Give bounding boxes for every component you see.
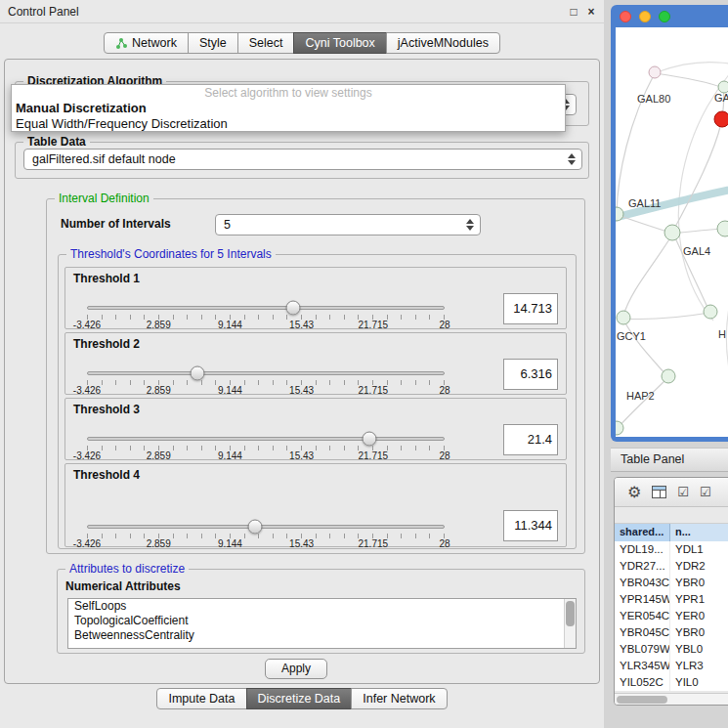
tab-discretize-data[interactable]: Discretize Data [246,688,353,709]
thresholds-group: Threshold's Coordinates for 5 Intervals … [58,254,577,549]
tick-label: -3.426 [73,450,101,461]
table-row[interactable]: YIL052CYIL0 [615,674,728,691]
tab-cyni-toolbox[interactable]: Cyni Toolbox [293,32,386,54]
slider-tick-labels: -3.4262.8599.14415.4321.71528 [87,450,445,462]
screen: Control Panel □ × Network Style Se [0,0,728,728]
column-header-shared-name[interactable]: shared... [615,524,670,541]
slider-thumb[interactable] [286,301,301,316]
table-cell: YIL0 [670,674,728,691]
window-traffic-lights [620,11,670,22]
table-cell: YDL1 [670,541,728,558]
network-edge[interactable] [618,215,670,233]
tick-label: 15.43 [289,450,314,461]
table-cell: YLR3 [670,658,728,674]
select-all-icon[interactable]: ☑ [677,486,689,498]
numerical-attributes-list[interactable]: SelfLoopsTopologicalCoefficientBetweenne… [67,598,577,649]
network-node[interactable] [649,66,661,78]
threshold-3-slider[interactable] [87,432,445,447]
tick-label: 9.144 [218,320,242,330]
network-node[interactable] [662,369,675,383]
algorithm-option-equal-width[interactable]: Equal Width/Frequency Discretization [12,116,565,132]
tab-impute-data[interactable]: Impute Data [156,688,246,709]
network-edge[interactable] [655,73,723,88]
table-row[interactable]: YER054CYER0 [615,608,728,624]
network-node-selected[interactable] [714,111,728,127]
network-edge[interactable] [619,377,668,427]
tab-style[interactable]: Style [188,32,238,54]
minimize-window-icon[interactable] [639,11,651,22]
tab-select[interactable]: Select [237,32,295,54]
scrollbar-thumb[interactable] [617,696,667,704]
gear-icon[interactable]: ⚙ [627,485,641,500]
tab-cyni-label: Cyni Toolbox [305,33,374,53]
table-row[interactable]: YDR27...YDR2 [615,558,728,575]
threshold-1-slider[interactable] [87,301,445,316]
slider-tick-labels: -3.4262.8599.14415.4321.71528 [87,385,445,397]
network-edge[interactable] [623,235,672,316]
close-window-icon[interactable] [620,11,631,22]
attribute-item[interactable]: BetweennessCentrality [68,628,576,643]
attributes-scrollbar[interactable] [564,599,576,648]
table-cell: YBR0 [670,575,728,591]
table-row[interactable]: YDL19...YDL1 [615,541,728,558]
slider-thumb[interactable] [248,520,263,535]
attributes-group: Attributes to discretize Numerical Attri… [57,569,585,654]
network-view-window[interactable]: GAL80 GA GAL11 GAL4 GCY1 H HAP2 [611,5,728,442]
tab-network[interactable]: Network [104,32,189,54]
tick-label: 21.715 [359,538,389,549]
attribute-item[interactable]: TopologicalCoefficient [68,614,576,628]
top-tab-bar: Network Style Select Cyni Toolbox jActiv… [0,32,604,54]
zoom-window-icon[interactable] [659,11,670,22]
table-toolbar: ⚙ ☑ ☑ [615,478,728,507]
tick-label: 15.43 [289,385,314,396]
network-edge[interactable] [672,123,721,233]
column-header-name[interactable]: n... [670,524,728,541]
network-edge[interactable] [623,313,709,320]
table-row[interactable]: YBL079WYBL0 [615,641,728,658]
float-window-icon[interactable]: □ [567,5,580,19]
network-node[interactable] [664,225,680,240]
apply-button[interactable]: Apply [265,659,327,679]
attribute-item[interactable]: SelfLoops [68,599,576,614]
scrollbar-thumb[interactable] [566,601,575,626]
table-data-group: Table Data galFiltered.sif default node [15,142,589,179]
interval-definition-title: Interval Definition [55,192,153,205]
network-edge[interactable] [657,63,728,81]
table-row[interactable]: YBR045CYBR0 [615,624,728,641]
threshold-1-value-field[interactable]: 14.713 [503,293,558,324]
table-cell: YIL052C [615,674,670,691]
network-node[interactable] [717,221,728,236]
table-data-combo[interactable]: galFiltered.sif default node [23,149,582,170]
table-row[interactable]: YPR145WYPR1 [615,591,728,608]
network-edge[interactable] [623,320,666,375]
slider-track[interactable] [87,437,445,441]
algorithm-option-manual[interactable]: Manual Discretization [12,101,565,116]
slider-track[interactable] [87,371,445,375]
tab-infer-network[interactable]: Infer Network [351,688,447,709]
table-row[interactable]: YBR043CYBR0 [615,575,728,591]
table-row[interactable]: YLR345WYLR3 [615,658,728,674]
threshold-4-slider[interactable] [87,520,445,535]
slider-tick-labels: -3.4262.8599.14415.4321.71528 [87,320,445,331]
slider-thumb[interactable] [191,366,205,381]
table-toolbar-gap [615,507,728,524]
table-panel-header[interactable]: Table Panel [611,448,728,472]
slider-track[interactable] [87,306,445,310]
select-none-icon[interactable]: ☑ [700,486,711,498]
slider-thumb[interactable] [363,432,377,447]
threshold-3-value-field[interactable]: 21.4 [503,424,558,455]
network-icon [115,37,128,50]
close-icon[interactable]: × [584,5,598,19]
threshold-2-value-field[interactable]: 6.316 [503,359,558,390]
table-horizontal-scrollbar[interactable] [615,693,728,705]
network-canvas[interactable]: GAL80 GA GAL11 GAL4 GCY1 H HAP2 [616,27,728,437]
network-node[interactable] [704,305,717,319]
columns-icon[interactable] [652,486,666,498]
threshold-4-value-field[interactable]: 11.344 [503,510,558,541]
number-of-intervals-combo[interactable]: 5 [215,214,481,236]
tab-jactivemnodules[interactable]: jActiveMNodules [386,32,500,54]
tick-label: 2.859 [147,385,171,396]
slider-track[interactable] [87,525,445,529]
threshold-2-slider[interactable] [87,366,445,381]
network-node[interactable] [617,311,630,324]
